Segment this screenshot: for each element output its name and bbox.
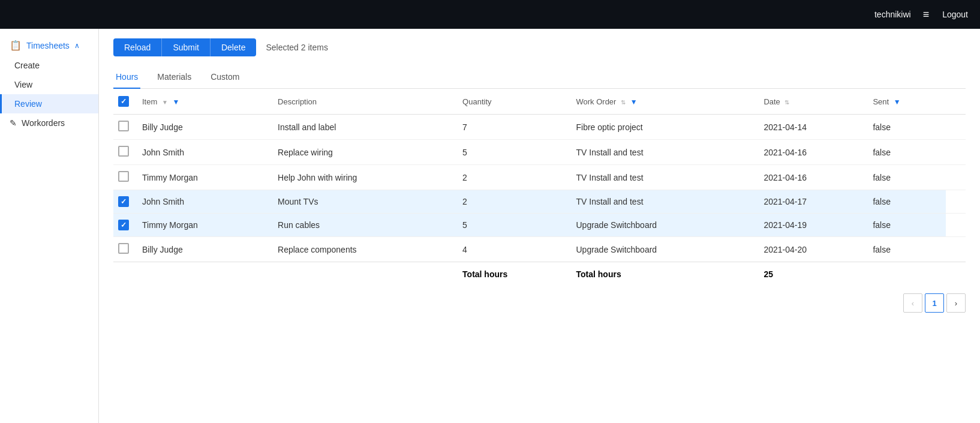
row-description: Help John with wiring: [273, 165, 458, 190]
row-item: John Smith: [137, 190, 273, 214]
item-sort-icon[interactable]: ▼: [162, 99, 168, 106]
tab-hours[interactable]: Hours: [113, 66, 140, 89]
next-page-button[interactable]: ›: [946, 293, 966, 313]
table-header-row: Item ▼ ▼ Description Quantity Work Order: [113, 89, 966, 115]
row-workorder: Fibre optic project: [571, 115, 759, 140]
table-row: John Smith Mount TVs 2 TV Install and te…: [113, 190, 966, 214]
row-workorder: Upgrade Switchboard: [571, 237, 759, 262]
row-date: 2021-04-20: [759, 237, 868, 262]
row-item: Billy Judge: [137, 115, 273, 140]
delete-button[interactable]: Delete: [211, 38, 256, 56]
row-date: 2021-04-16: [759, 140, 868, 165]
row-sent: false: [868, 165, 945, 190]
row-checkbox[interactable]: [118, 243, 129, 254]
row-description: Replace wiring: [273, 140, 458, 165]
sidebar-timesheets-label: Timesheets: [26, 41, 70, 50]
row-workorder: TV Install and test: [571, 190, 759, 214]
row-sent: false: [868, 115, 945, 140]
table-row: Timmy Morgan Help John with wiring 2 TV …: [113, 165, 966, 190]
tab-custom[interactable]: Custom: [208, 66, 242, 89]
row-sent: false: [868, 214, 945, 237]
row-date: 2021-04-19: [759, 214, 868, 237]
date-sort-icon[interactable]: ⇅: [784, 99, 789, 106]
row-sent: false: [868, 190, 945, 214]
row-quantity: 7: [458, 115, 571, 140]
main-layout: 📋 Timesheets ∧ Create View Review ✎ Work…: [0, 29, 980, 423]
total-hours-value: 25: [759, 262, 868, 287]
table-footer-row: Total hours Total hours 25: [113, 262, 966, 287]
row-sent: false: [868, 140, 945, 165]
row-checkbox[interactable]: [118, 121, 129, 131]
header-workorder: Work Order ⇅ ▼: [571, 89, 759, 115]
header-description: Description: [273, 89, 458, 115]
select-all-checkbox[interactable]: [118, 96, 129, 107]
sidebar-item-view[interactable]: View: [0, 75, 98, 94]
menu-icon[interactable]: ≡: [923, 8, 931, 21]
top-bar: technikiwi ≡ Logout: [0, 0, 980, 29]
workorders-icon: ✎: [10, 118, 17, 128]
row-item: Timmy Morgan: [137, 165, 273, 190]
row-checkbox-cell: [113, 214, 137, 237]
data-table: Item ▼ ▼ Description Quantity Work Order: [113, 89, 966, 286]
row-checkbox-cell: [113, 140, 137, 165]
workorder-filter-icon[interactable]: ▼: [630, 98, 638, 106]
sent-filter-icon[interactable]: ▼: [894, 98, 901, 106]
row-description: Mount TVs: [273, 190, 458, 214]
row-date: 2021-04-14: [759, 115, 868, 140]
row-description: Install and label: [273, 115, 458, 140]
table-row: John Smith Replace wiring 5 TV Install a…: [113, 140, 966, 165]
submit-button[interactable]: Submit: [162, 38, 211, 56]
row-description: Run cables: [273, 214, 458, 237]
selected-info: Selected 2 items: [266, 43, 328, 52]
pagination: ‹ 1 ›: [113, 286, 966, 320]
header-item: Item ▼ ▼: [137, 89, 273, 115]
row-checkbox[interactable]: [118, 146, 129, 157]
toolbar: Reload Submit Delete Selected 2 items: [113, 38, 966, 56]
sidebar-timesheets-header[interactable]: 📋 Timesheets ∧: [0, 35, 98, 56]
sidebar-item-review[interactable]: Review: [0, 94, 98, 113]
row-quantity: 5: [458, 140, 571, 165]
row-quantity: 2: [458, 165, 571, 190]
timesheets-icon: 📋: [10, 40, 22, 51]
row-quantity: 5: [458, 214, 571, 237]
sidebar-item-create[interactable]: Create: [0, 56, 98, 75]
row-workorder: Upgrade Switchboard: [571, 214, 759, 237]
page-1-button[interactable]: 1: [925, 293, 944, 313]
row-item: John Smith: [137, 140, 273, 165]
row-checkbox[interactable]: [118, 220, 129, 230]
header-checkbox: [113, 89, 137, 115]
workorder-sort-icon[interactable]: ⇅: [621, 99, 626, 106]
sidebar-item-workorders[interactable]: ✎ Workorders: [0, 113, 98, 133]
table-row: Timmy Morgan Run cables 5 Upgrade Switch…: [113, 214, 966, 237]
row-date: 2021-04-17: [759, 190, 868, 214]
row-item: Timmy Morgan: [137, 214, 273, 237]
row-quantity: 4: [458, 237, 571, 262]
header-sent: Sent ▼: [868, 89, 945, 115]
tab-materials[interactable]: Materials: [155, 66, 194, 89]
row-description: Replace components: [273, 237, 458, 262]
chevron-icon: ∧: [74, 41, 80, 50]
row-checkbox-cell: [113, 165, 137, 190]
main-content: Reload Submit Delete Selected 2 items Ho…: [99, 29, 980, 423]
row-checkbox[interactable]: [118, 171, 129, 182]
row-sent: false: [868, 237, 945, 262]
row-checkbox-cell: [113, 237, 137, 262]
row-checkbox[interactable]: [118, 196, 129, 207]
reload-button[interactable]: Reload: [113, 38, 162, 56]
header-date: Date ⇅: [759, 89, 868, 115]
table-row: Billy Judge Install and label 7 Fibre op…: [113, 115, 966, 140]
row-checkbox-cell: [113, 115, 137, 140]
prev-page-button[interactable]: ‹: [903, 293, 922, 313]
item-filter-icon[interactable]: ▼: [172, 98, 179, 106]
total-hours-label: Total hours: [458, 262, 571, 287]
header-quantity: Quantity: [458, 89, 571, 115]
table-row: Billy Judge Replace components 4 Upgrade…: [113, 237, 966, 262]
tabs: Hours Materials Custom: [113, 66, 966, 89]
logout-button[interactable]: Logout: [942, 10, 968, 19]
row-workorder: TV Install and test: [571, 165, 759, 190]
row-date: 2021-04-16: [759, 165, 868, 190]
row-item: Billy Judge: [137, 237, 273, 262]
row-checkbox-cell: [113, 190, 137, 214]
sidebar: 📋 Timesheets ∧ Create View Review ✎ Work…: [0, 29, 99, 423]
row-quantity: 2: [458, 190, 571, 214]
